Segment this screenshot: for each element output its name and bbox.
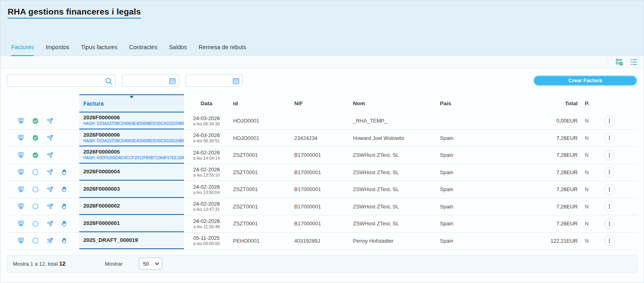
send-icon[interactable] — [46, 117, 54, 125]
cell-id: HOJO0001 — [229, 118, 290, 124]
factura-cell[interactable]: 2025_DRAFT_000019 — [79, 233, 184, 250]
cell-p: N — [578, 204, 598, 210]
column-header-data[interactable]: Data — [184, 100, 229, 106]
factura-number: 2025_DRAFT_000019 — [83, 237, 184, 243]
column-header-pais[interactable]: País — [434, 100, 503, 106]
row-menu-button[interactable] — [604, 201, 615, 212]
cell-data-time: a les 13:50:04 — [184, 190, 229, 195]
hold-icon[interactable] — [61, 203, 68, 210]
calendar-icon[interactable] — [168, 77, 176, 85]
device-icon[interactable] — [17, 152, 25, 159]
factura-cell[interactable]: 2026F0000003 — [79, 181, 184, 198]
hold-icon[interactable] — [61, 220, 68, 227]
form-check-icon[interactable] — [615, 58, 623, 66]
list-view-icon[interactable] — [630, 58, 638, 66]
cell-total: 0,00EUR — [503, 118, 578, 124]
factura-cell[interactable]: 2026F0000005 HASH: 60DF5355DAD3CCF2012FB… — [79, 147, 184, 164]
factura-cell[interactable]: 2026F0000006 HASH: D23A337D8CD4963E4D069… — [79, 130, 184, 147]
table-row: 2025_DRAFT_000019 05-11-2025 a les 00:00… — [7, 233, 637, 250]
factura-cell[interactable]: 2026F0000001 — [79, 215, 184, 232]
send-icon[interactable] — [46, 134, 54, 142]
cell-total: 7,26EUR — [503, 186, 578, 192]
page-size-select[interactable]: 50 — [139, 258, 162, 270]
calendar-icon[interactable] — [232, 77, 240, 85]
factura-cell[interactable]: 2026F0000006 HASH: D23A337D8CD4963E4D069… — [79, 112, 184, 129]
factura-number: 2026F0000006 — [83, 114, 184, 121]
page-size-label: Mostrar — [105, 261, 122, 267]
factura-number: 2026F0000002 — [83, 203, 184, 209]
column-header-nom[interactable]: Nom — [347, 100, 434, 106]
tab-factures[interactable]: Factures — [11, 44, 34, 56]
row-menu-button[interactable] — [604, 235, 615, 246]
hold-icon[interactable] — [61, 237, 68, 244]
filter-row: Crear Factura — [7, 75, 637, 87]
send-icon[interactable] — [46, 220, 54, 227]
factura-cell[interactable]: 2026F0000002 — [79, 198, 184, 215]
row-menu-button[interactable] — [604, 116, 615, 126]
cell-nom: ZSWHost ZTest, SL — [347, 204, 434, 210]
device-icon[interactable] — [17, 186, 25, 193]
cell-pais: Spain — [434, 135, 503, 141]
device-icon[interactable] — [17, 117, 25, 125]
column-header-factura[interactable]: Factura — [79, 94, 184, 112]
hold-icon[interactable] — [61, 169, 68, 176]
factura-hash: HASH: D23A337D8CD4963E4D069BDD30C5033324… — [83, 138, 184, 144]
cell-nif: B17000001 — [290, 186, 347, 192]
column-header-total[interactable]: Total — [503, 100, 578, 106]
device-icon[interactable] — [17, 134, 25, 142]
factura-number: 2026F0000006 — [83, 132, 184, 138]
cell-nif: B17000001 — [290, 204, 347, 210]
cell-data-date: 24-03-2026 — [184, 132, 229, 138]
send-icon[interactable] — [46, 203, 54, 210]
column-header-nif[interactable]: NIF — [290, 100, 347, 106]
tab-remesa-de-rebuts[interactable]: Remesa de rebuts — [198, 44, 246, 56]
row-menu-button[interactable] — [604, 133, 615, 143]
tab-impostos[interactable]: Impostos — [45, 44, 69, 56]
cell-nom: ZSWHost ZTest, SL — [347, 152, 434, 158]
hold-icon[interactable] — [61, 186, 68, 193]
row-menu-button[interactable] — [604, 167, 615, 177]
device-icon[interactable] — [17, 237, 25, 244]
cell-p: N — [578, 152, 598, 158]
status-validated-icon — [32, 152, 39, 159]
table-row: 2026F0000006 HASH: D23A337D8CD4963E4D069… — [7, 112, 637, 130]
device-icon[interactable] — [17, 169, 25, 176]
sort-descending-icon — [130, 96, 134, 98]
row-menu-button[interactable] — [604, 218, 615, 229]
send-icon[interactable] — [46, 152, 54, 159]
cell-total: 7,26EUR — [503, 204, 578, 210]
cell-data-date: 24-02-2026 — [184, 201, 229, 207]
row-menu-button[interactable] — [604, 150, 615, 160]
send-disabled-icon — [46, 237, 54, 244]
tab-tipus-factures[interactable]: Tipus factures — [81, 44, 118, 56]
cell-total: 7,26EUR — [503, 135, 578, 141]
cell-nom: Howard Joel Wolowitz — [347, 135, 434, 141]
row-menu-button[interactable] — [604, 184, 615, 195]
tab-saldos[interactable]: Saldos — [169, 44, 187, 56]
cell-nif: B17000001 — [290, 152, 347, 158]
device-icon[interactable] — [17, 220, 25, 227]
factura-cell[interactable]: 2026F0000004 — [79, 164, 184, 181]
cell-pais: Spain — [434, 169, 503, 175]
device-icon[interactable] — [17, 203, 25, 210]
column-header-id[interactable]: id — [229, 100, 290, 106]
status-pending-icon — [32, 186, 39, 193]
cell-pais: Spain — [434, 186, 503, 192]
cell-data-time: a les 11:26:48 — [184, 224, 229, 229]
cell-data-time: a les 00:00:00 — [184, 241, 229, 246]
cell-data-date: 24-02-2026 — [184, 184, 229, 190]
cell-p: N — [578, 169, 598, 175]
search-input[interactable] — [7, 75, 115, 86]
tab-contractes[interactable]: Contractes — [129, 44, 157, 56]
send-icon[interactable] — [46, 169, 54, 176]
column-header-p[interactable]: P. — [578, 100, 598, 106]
create-invoice-button[interactable]: Crear Factura — [533, 75, 637, 86]
cell-nom: _RHA_TEMP_ — [347, 118, 434, 124]
search-icon[interactable] — [105, 77, 113, 85]
factura-hash: HASH: D23A337D8CD4963E4D069BDD30C5033324… — [83, 121, 184, 126]
toolbar-divider — [608, 58, 608, 66]
send-icon[interactable] — [46, 186, 54, 193]
status-pending-icon — [32, 169, 39, 176]
table-row: 2026F0000001 24-02-2026 a les 11:26:48 Z… — [7, 215, 637, 233]
table-row: 2026F0000004 24-02-2026 a les 13:55:10 Z… — [7, 164, 637, 181]
